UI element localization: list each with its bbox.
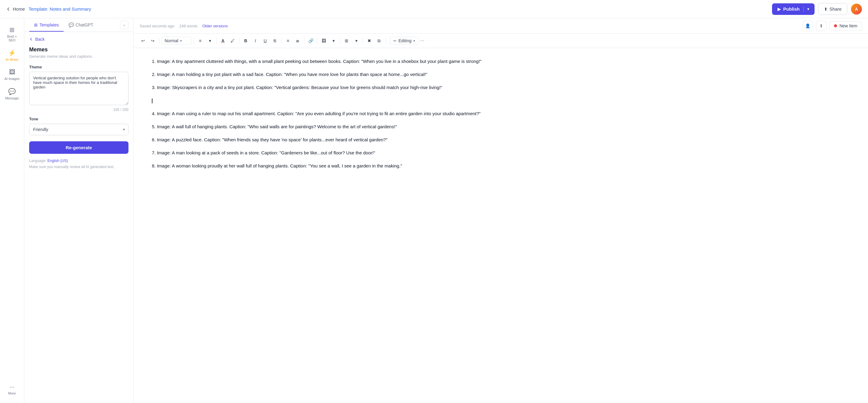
publish-arrow-icon: ▶ xyxy=(777,7,781,11)
text-color-icon: A xyxy=(221,38,224,43)
sidebar-item-more[interactable]: ··· More xyxy=(2,380,23,398)
image-dropdown-button[interactable]: ▾ xyxy=(329,36,338,45)
align-button[interactable]: ≡ xyxy=(195,36,205,45)
section-desc: Generate meme ideas and captions. xyxy=(29,54,128,59)
copy-icon: ⧉ xyxy=(377,38,380,44)
toolbar-divider-3 xyxy=(216,38,217,44)
saved-status: Saved seconds ago xyxy=(140,24,174,28)
table-icon: ⊞ xyxy=(345,38,348,43)
sidebar-item-brief-seo[interactable]: ⊞ Brief + SEO xyxy=(2,23,23,45)
templates-tab-icon: ⊞ xyxy=(34,23,38,27)
share-icon: ⬆ xyxy=(824,7,828,11)
older-versions-link[interactable]: Older versions xyxy=(202,24,228,28)
redo-icon: ↪ xyxy=(151,38,155,43)
clear-format-icon: ✖ xyxy=(368,38,371,43)
avatar[interactable]: A xyxy=(851,4,862,15)
editor-content[interactable]: 1. Image: A tiny apartment cluttered wit… xyxy=(134,48,868,403)
underline-button[interactable]: U xyxy=(260,36,270,45)
align-dropdown-button[interactable]: ▾ xyxy=(205,36,214,45)
clear-format-button[interactable]: ✖ xyxy=(365,36,374,45)
ai-images-icon: 🖼 xyxy=(9,69,15,76)
italic-button[interactable]: I xyxy=(251,36,260,45)
align-icon: ≡ xyxy=(199,38,202,43)
home-label: Home xyxy=(13,6,25,11)
review-note: Make sure you manually review all AI gen… xyxy=(29,165,128,169)
style-selector[interactable]: Normal ▾ xyxy=(161,37,192,45)
editor-panel: Saved seconds ago 248 words Older versio… xyxy=(134,18,868,403)
left-panel-content: Back Memes Generate meme ideas and capti… xyxy=(24,32,133,403)
tab-templates[interactable]: ⊞ Templates xyxy=(29,18,64,32)
header-right: ▶ Publish ▾ ⬆ Share A xyxy=(772,3,862,15)
image-button[interactable]: 🖼 xyxy=(319,36,328,45)
home-link[interactable]: Home xyxy=(6,6,25,11)
share-button[interactable]: ⬆ Share xyxy=(818,3,847,15)
back-label: Back xyxy=(35,37,44,41)
sidebar-item-label: More xyxy=(8,392,16,395)
main-layout: ⊞ Brief + SEO ⚡ AI Writer 🖼 AI Images 💬 … xyxy=(0,18,868,403)
sidebar-item-label: Message xyxy=(5,96,19,100)
new-item-badge[interactable]: New Item xyxy=(830,21,862,30)
sidebar-item-label: Brief + SEO xyxy=(4,35,20,42)
strikethrough-icon: S xyxy=(273,38,276,43)
italic-icon: I xyxy=(255,38,256,43)
top-header: Home Template: Notes and Summary ▶ Publi… xyxy=(0,0,868,18)
underline-icon: U xyxy=(264,38,267,43)
message-icon: 💬 xyxy=(8,88,16,95)
ai-writer-icon: ⚡ xyxy=(8,49,16,57)
user-action-button[interactable]: 👤 xyxy=(803,21,813,31)
tone-select[interactable]: Friendly Funny Serious Professional Casu… xyxy=(29,124,128,135)
chatgpt-tab-icon: 💬 xyxy=(69,23,74,27)
share-label: Share xyxy=(830,6,842,11)
collapse-icon: ‹ xyxy=(124,23,125,27)
highlight-button[interactable]: 🖊 xyxy=(228,36,237,45)
tab-chatgpt[interactable]: 💬 ChatGPT xyxy=(64,18,98,32)
char-count: 105 / 200 xyxy=(29,108,128,112)
back-button[interactable]: Back xyxy=(29,37,44,41)
content-item-7: 7. Image: A man looking at a pack of see… xyxy=(152,149,850,157)
style-label: Normal xyxy=(165,38,178,43)
chevron-left-icon xyxy=(6,7,11,11)
content-item-3: 3. Image: Skyscrapers in a city and a ti… xyxy=(152,83,850,91)
table-dropdown-icon: ▾ xyxy=(355,38,358,43)
ordered-list-icon: ≣ xyxy=(296,38,300,43)
avatar-initials: A xyxy=(855,7,858,11)
text-color-button[interactable]: A xyxy=(218,36,227,45)
content-item-2: 2. Image: A man holding a tiny pot plant… xyxy=(152,70,850,79)
bullet-list-button[interactable]: ≡ xyxy=(283,36,292,45)
content-item-1: 1. Image: A tiny apartment cluttered wit… xyxy=(152,57,850,65)
redo-button[interactable]: ↪ xyxy=(148,36,157,45)
link-button[interactable]: 🔗 xyxy=(306,36,315,45)
bold-icon: B xyxy=(244,38,247,43)
sidebar-item-ai-images[interactable]: 🖼 AI Images xyxy=(2,66,23,84)
sidebar-item-message[interactable]: 💬 Message xyxy=(2,85,23,103)
toolbar-divider-4 xyxy=(239,38,239,44)
editing-label: Editing xyxy=(399,38,411,43)
regenerate-button[interactable]: Re-generate xyxy=(29,141,128,154)
editor-toolbar: ↩ ↪ Normal ▾ ≡ ▾ A 🖊 xyxy=(134,34,868,48)
strikethrough-button[interactable]: S xyxy=(270,36,279,45)
publish-label: Publish xyxy=(783,6,800,11)
undo-button[interactable]: ↩ xyxy=(138,36,148,45)
undo-icon: ↩ xyxy=(141,38,145,43)
table-button[interactable]: ⊞ xyxy=(342,36,351,45)
ordered-list-button[interactable]: ≣ xyxy=(293,36,302,45)
publish-divider xyxy=(803,6,804,12)
toolbar-divider-9 xyxy=(363,38,363,44)
editing-badge[interactable]: ✏ Editing ▾ xyxy=(390,37,418,45)
collapse-panel-button[interactable]: ‹ xyxy=(120,21,128,29)
sidebar-item-label: AI Writer xyxy=(5,58,19,61)
brief-seo-icon: ⊞ xyxy=(9,26,14,33)
editing-chevron-icon: ▾ xyxy=(413,39,415,43)
toolbar-divider-2 xyxy=(193,38,194,44)
sidebar-item-ai-writer[interactable]: ⚡ AI Writer xyxy=(2,46,23,64)
language-value: English (US) xyxy=(48,159,68,163)
copy-button[interactable]: ⧉ xyxy=(374,36,383,45)
more-toolbar-button[interactable]: ··· xyxy=(420,38,424,44)
template-label: Template: Notes and Summary xyxy=(29,6,91,11)
content-item-8: 8. Image: A woman looking proudly at her… xyxy=(152,162,850,170)
share-action-button[interactable]: ⬆ xyxy=(816,21,827,31)
publish-button[interactable]: ▶ Publish ▾ xyxy=(772,3,814,15)
bold-button[interactable]: B xyxy=(241,36,250,45)
theme-textarea[interactable] xyxy=(29,72,128,105)
table-dropdown-button[interactable]: ▾ xyxy=(352,36,361,45)
